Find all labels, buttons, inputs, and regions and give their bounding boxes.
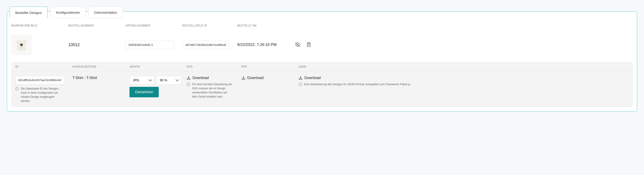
cell-image: Summer xyxy=(7,30,64,59)
sub-col-header-id: ID xyxy=(11,62,68,72)
graphic-quality-select[interactable]: 90 % xyxy=(156,76,181,84)
trash-icon xyxy=(306,42,311,47)
main-container: WARENKORB-BILD BESTELLNUMMER ARTIKELNUMM… xyxy=(7,12,637,112)
sub-cell-pdf: Download xyxy=(237,72,294,107)
col-header-article-number: ARTIKELNUMMER xyxy=(121,21,178,30)
info-icon xyxy=(298,82,302,86)
info-icon xyxy=(186,82,190,86)
order-number-value: 10012 xyxy=(68,42,80,47)
json-download-link[interactable]: Download xyxy=(298,76,321,80)
svg-point-1 xyxy=(21,44,22,45)
article-number-input[interactable] xyxy=(125,41,174,49)
svg-text:Summer: Summer xyxy=(20,47,23,48)
sub-cell-json: Download Eine Serialisierung des Designs… xyxy=(294,72,633,107)
sub-col-header-graphic: GRAFIK xyxy=(125,62,182,72)
line-id-input[interactable] xyxy=(182,41,229,49)
tab-configurations[interactable]: Konfigurationen xyxy=(50,7,86,18)
eye-off-icon xyxy=(295,42,300,47)
tab-documentation[interactable]: Dokumentation xyxy=(88,7,123,18)
sub-cell-config: T-Shirt - T-Shirt xyxy=(68,72,125,107)
sub-cell-graphic: JPG 90 % Generieren xyxy=(125,72,182,107)
info-icon xyxy=(15,87,19,90)
cell-order-number: 10012 xyxy=(64,30,121,59)
download-icon xyxy=(298,76,302,80)
sub-cell-svg: Download Für eine korrekte Darstellung d… xyxy=(182,72,237,107)
sub-col-header-json: JSON xyxy=(294,62,633,72)
ordered-at-value: 9/22/2022, 7:26:16 PM xyxy=(237,42,276,47)
col-header-order-number: BESTELLNUMMER xyxy=(64,21,121,30)
graphic-format-select[interactable]: JPG xyxy=(130,76,154,84)
tab-ordered-designs[interactable]: Bestellte Designs xyxy=(10,7,48,18)
sub-col-header-config: KONFIGURATION xyxy=(68,62,125,72)
sub-cell-id: Die Datenbank-ID des Designs. Kann in ei… xyxy=(11,72,68,107)
col-header-actions xyxy=(290,21,637,30)
download-icon xyxy=(186,76,191,80)
design-id-input[interactable] xyxy=(15,76,64,84)
sub-col-header-pdf: PDF xyxy=(237,62,294,72)
generate-button[interactable]: Generieren xyxy=(130,87,159,97)
svg-point-0 xyxy=(20,44,22,46)
download-icon xyxy=(242,76,246,80)
col-header-line-id: BESTELLZEILE ID xyxy=(178,21,233,30)
config-value: T-Shirt - T-Shirt xyxy=(72,76,97,80)
cell-actions xyxy=(290,30,637,59)
visibility-off-button[interactable] xyxy=(294,41,301,49)
delete-button[interactable] xyxy=(305,41,312,49)
col-header-ordered-at: BESTELLT AM xyxy=(233,21,290,30)
svg-hint: Für eine korrekte Darstellung der SVG mü… xyxy=(186,82,233,99)
cell-line-id xyxy=(178,30,233,59)
pdf-download-link[interactable]: Download xyxy=(242,76,264,80)
id-hint: Die Datenbank-ID des Designs. Kann in ei… xyxy=(15,86,64,103)
cell-ordered-at: 9/22/2022, 7:26:16 PM xyxy=(233,30,290,59)
svg-download-link[interactable]: Download xyxy=(186,76,209,80)
col-header-image: WARENKORB-BILD xyxy=(7,21,64,30)
json-hint: Eine Serialisierung des Designs im JSON-… xyxy=(298,82,411,86)
product-thumbnail: Summer xyxy=(11,34,32,55)
sub-panel: ID KONFIGURATION GRAFIK SVG PDF JSON Die… xyxy=(11,62,633,107)
sub-col-header-svg: SVG xyxy=(182,62,237,72)
cell-article-number xyxy=(121,30,178,59)
